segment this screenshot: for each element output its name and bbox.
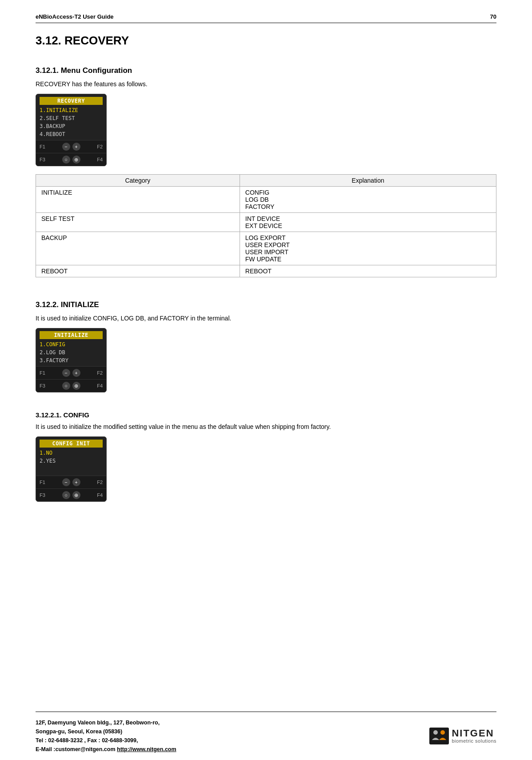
section-312: 3.12. RECOVERY [36, 32, 496, 56]
btn-f1[interactable]: F1 [40, 144, 45, 149]
config-item-1: 1.NO [40, 449, 103, 457]
initialize-device-mockup: INITIALIZE 1.CONFIG 2.LOG DB 3.FACTORY F… [36, 328, 107, 392]
config-screen: CONFIG INIT 1.NO 2.YES [36, 437, 106, 476]
section-3122-body: It is used to initialize CONFIG, LOG DB,… [36, 315, 496, 322]
table-cell-initialize: INITIALIZE [36, 187, 240, 213]
config-buttons-row2: F3 ○ ⊕ F4 [36, 488, 106, 501]
init-btn-minus[interactable]: − [62, 369, 70, 377]
footer-line3: Tel : 02-6488-3232 , Fax : 02-6488-3099, [36, 737, 138, 744]
recovery-item-1: 1.INITIALIZE [40, 106, 103, 114]
btn-f2[interactable]: F2 [97, 144, 103, 149]
cfg-btn-f3[interactable]: F3 [40, 492, 45, 498]
btn-ok[interactable]: ⊕ [72, 156, 80, 164]
table-cell-backup: BACKUP [36, 232, 240, 265]
btn-down[interactable]: ○ [62, 156, 70, 164]
section-3121-title: 3.12.1. Menu Configuration [36, 66, 496, 75]
initialize-title-bar: INITIALIZE [40, 331, 103, 339]
init-btn-f1[interactable]: F1 [40, 370, 45, 376]
config-buttons-row1: F1 − + F2 [36, 476, 106, 488]
init-btn-f3[interactable]: F3 [40, 383, 45, 388]
footer: 12F, Daemyung Valeon bldg., 127, Beobwon… [36, 712, 496, 760]
table-header-category: Category [36, 175, 240, 187]
config-item-2: 2.YES [40, 457, 103, 465]
btn-f3[interactable]: F3 [40, 157, 45, 162]
config-title-bar: CONFIG INIT [40, 440, 103, 448]
section-31221-title: 3.12.2.1. CONFIG [36, 411, 496, 419]
header: eNBioAccess-T2 User Guide 70 [36, 13, 496, 23]
nitgen-sub: biometric solutions [452, 738, 496, 744]
recovery-table: Category Explanation INITIALIZE CONFIGLO… [36, 174, 496, 277]
recovery-buttons-row1: F1 − + F2 [36, 140, 106, 153]
table-cell-backup-items: LOG EXPORTUSER EXPORTUSER IMPORTFW UPDAT… [240, 232, 496, 265]
cfg-btn-f4[interactable]: F4 [97, 492, 103, 498]
recovery-item-2: 2.SELF TEST [40, 114, 103, 122]
page: eNBioAccess-T2 User Guide 70 3.12. RECOV… [0, 0, 532, 760]
init-btn-f4[interactable]: F4 [97, 383, 103, 388]
recovery-buttons-row2: F3 ○ ⊕ F4 [36, 153, 106, 166]
nitgen-logo: NITGEN biometric solutions [429, 728, 496, 744]
header-page: 70 [490, 13, 496, 20]
btn-minus[interactable]: − [62, 143, 70, 151]
nitgen-brand: NITGEN [452, 728, 494, 738]
footer-link[interactable]: http://www.nitgen.com [117, 746, 176, 752]
recovery-item-3: 3.BACKUP [40, 122, 103, 130]
table-header-explanation: Explanation [240, 175, 496, 187]
footer-address: 12F, Daemyung Valeon bldg., 127, Beobwon… [36, 718, 176, 754]
table-cell-initialize-items: CONFIGLOG DBFACTORY [240, 187, 496, 213]
table-row-reboot: REBOOT REBOOT [36, 265, 496, 277]
cfg-btn-plus[interactable]: + [72, 478, 80, 486]
svg-point-1 [433, 730, 438, 735]
header-title: eNBioAccess-T2 User Guide [36, 13, 114, 20]
svg-rect-0 [429, 728, 449, 744]
nitgen-text: NITGEN biometric solutions [452, 728, 496, 744]
recovery-screen: RECOVERY 1.INITIALIZE 2.SELF TEST 3.BACK… [36, 94, 106, 140]
footer-logo: NITGEN biometric solutions [429, 728, 496, 744]
cfg-btn-ok[interactable]: ⊕ [72, 491, 80, 499]
table-cell-reboot-items: REBOOT [240, 265, 496, 277]
table-cell-selftest-items: INT DEVICEEXT DEVICE [240, 213, 496, 232]
svg-point-2 [440, 730, 445, 735]
footer-line2: Songpa-gu, Seoul, Korea (05836) [36, 728, 122, 735]
footer-line1: 12F, Daemyung Valeon bldg., 127, Beobwon… [36, 720, 160, 726]
btn-f4[interactable]: F4 [97, 157, 103, 162]
cfg-btn-down[interactable]: ○ [62, 491, 70, 499]
section-3122: 3.12.2. INITIALIZE It is used to initial… [36, 299, 496, 400]
initialize-item-1: 1.CONFIG [40, 340, 103, 348]
section-31221: 3.12.2.1. CONFIG It is used to initializ… [36, 409, 496, 510]
section-3121: 3.12.1. Menu Configuration RECOVERY has … [36, 64, 496, 290]
config-device-mockup: CONFIG INIT 1.NO 2.YES F1 − + F2 F3 ○ ⊕ [36, 436, 107, 502]
initialize-screen: INITIALIZE 1.CONFIG 2.LOG DB 3.FACTORY [36, 328, 106, 366]
init-btn-down[interactable]: ○ [62, 382, 70, 390]
section-312-title: 3.12. RECOVERY [36, 34, 496, 48]
recovery-item-4: 4.REBOOT [40, 130, 103, 138]
table-row-backup: BACKUP LOG EXPORTUSER EXPORTUSER IMPORTF… [36, 232, 496, 265]
initialize-item-3: 3.FACTORY [40, 356, 103, 364]
initialize-buttons-row2: F3 ○ ⊕ F4 [36, 379, 106, 392]
section-31221-body: It is used to initialize the modified se… [36, 423, 496, 430]
initialize-buttons-row1: F1 − + F2 [36, 366, 106, 379]
table-row-selftest: SELF TEST INT DEVICEEXT DEVICE [36, 213, 496, 232]
init-btn-ok[interactable]: ⊕ [72, 382, 80, 390]
table-cell-selftest: SELF TEST [36, 213, 240, 232]
table-cell-reboot: REBOOT [36, 265, 240, 277]
cfg-btn-minus[interactable]: − [62, 478, 70, 486]
recovery-title-bar: RECOVERY [40, 97, 103, 105]
cfg-btn-f2[interactable]: F2 [97, 480, 103, 485]
init-btn-f2[interactable]: F2 [97, 370, 103, 376]
initialize-item-2: 2.LOG DB [40, 348, 103, 356]
section-3121-body: RECOVERY has the features as follows. [36, 80, 496, 88]
cfg-btn-f1[interactable]: F1 [40, 480, 45, 485]
nitgen-icon [429, 728, 449, 744]
btn-plus[interactable]: + [72, 143, 80, 151]
table-row-initialize: INITIALIZE CONFIGLOG DBFACTORY [36, 187, 496, 213]
recovery-device-mockup: RECOVERY 1.INITIALIZE 2.SELF TEST 3.BACK… [36, 94, 107, 166]
section-3122-title: 3.12.2. INITIALIZE [36, 300, 496, 309]
footer-line4-prefix: E-Mail :customer@nitgen.com [36, 746, 117, 752]
init-btn-plus[interactable]: + [72, 369, 80, 377]
